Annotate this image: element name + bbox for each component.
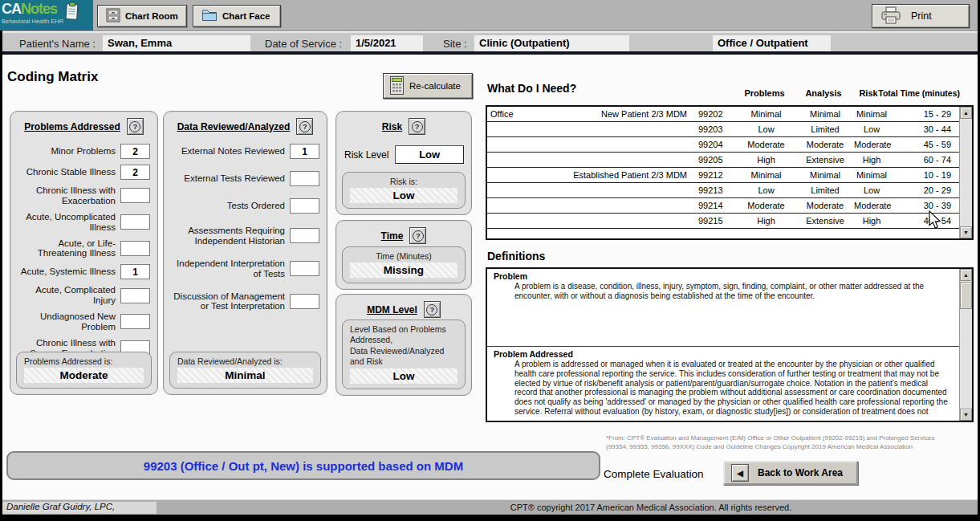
problems-field-row: Acute, Complicated Injury (14, 285, 150, 306)
app-window: CANotes Behavioral Health EHR Chart Room… (0, 0, 980, 521)
time-result-label: Time (Minutes) (350, 251, 457, 261)
chart-room-label: Chart Room (125, 11, 178, 21)
time-panel-title: Time (381, 230, 404, 242)
app-logo: CANotes Behavioral Health EHR (0, 0, 93, 31)
scroll-down-icon: ▼ (963, 230, 969, 235)
definition-term: Problem (494, 271, 953, 281)
patient-name-label: Patient's Name : (19, 38, 96, 50)
footer-bar: Danielle Graf Guidry, LPC, CPT® copyrigh… (0, 499, 980, 515)
recalculate-button[interactable]: Re-calculate (383, 73, 473, 99)
problems-cell: High (736, 216, 796, 226)
risk-help-button[interactable]: ? (409, 118, 425, 135)
problems-field-row: Undiagnosed New Problem (14, 311, 150, 332)
date-of-service-field[interactable]: 1/5/2021 (351, 35, 423, 51)
problems-cell: Moderate (736, 140, 796, 149)
data-field-row: Tests Ordered (167, 198, 319, 214)
time-result-value: Missing (350, 263, 457, 278)
recalculate-label: Re-calculate (409, 81, 461, 91)
toolbar: CANotes Behavioral Health EHR Chart Room… (0, 0, 980, 31)
risk-cell: Minimal (854, 170, 889, 180)
problems-field-label: Acute, Systemic Illness (14, 267, 116, 277)
table-row[interactable]: 99205HighExtensiveHigh60 - 74 (487, 153, 959, 168)
risk-cell: High (854, 216, 889, 226)
patient-name-field[interactable]: Swan, Emma (103, 35, 250, 51)
problems-help-button[interactable]: ? (127, 118, 144, 135)
problems-field-label: Undiagnosed New Problem (14, 311, 116, 332)
definitions-title: Definitions (487, 250, 545, 263)
data-field-input[interactable] (290, 294, 319, 309)
problems-field-input[interactable] (120, 288, 150, 303)
data-result-value: Minimal (177, 368, 313, 383)
problems-panel-title: Problems Addressed (24, 121, 120, 132)
mdm-level-panel: MDM Level ? Level Based on Problems Addr… (335, 294, 472, 396)
risk-level-field[interactable]: Low (395, 145, 464, 164)
back-to-work-area-button[interactable]: ◀ Back to Work Area (723, 461, 858, 485)
analysis-cell: Moderate (796, 140, 854, 149)
problems-cell: Low (736, 185, 796, 195)
table-row[interactable]: 99213LowLimitedLow20 - 29 (487, 183, 959, 198)
clinician-name: Danielle Graf Guidry, LPC, (2, 502, 157, 514)
total-time-cell: 30 - 39 (889, 201, 959, 210)
definitions-list: ProblemA problem is a disease, condition… (487, 269, 959, 421)
problems-field-input[interactable] (120, 241, 150, 256)
problems-field-input[interactable] (120, 214, 150, 230)
problems-field-input[interactable] (120, 264, 150, 279)
back-arrow-button[interactable]: ◀ (731, 464, 749, 482)
data-field-row: External Notes Reviewed (167, 144, 319, 159)
data-field-input[interactable] (290, 171, 319, 186)
scrollbar-thumb[interactable] (960, 282, 972, 309)
problems-field-input[interactable] (120, 314, 150, 329)
data-field-label: Assessments Requiring Independent Histor… (167, 226, 285, 246)
mdm-supported-message: 99203 (Office / Out pt, New) is supporte… (6, 451, 600, 480)
data-field-input[interactable] (290, 261, 319, 276)
data-field-input[interactable] (290, 144, 319, 159)
site-field[interactable]: Clinic (Outpatient) (474, 35, 629, 51)
total-time-cell: 15 - 29 (889, 109, 959, 119)
scroll-up-button[interactable]: ▲ (960, 269, 972, 281)
chart-room-button[interactable]: Chart Room (97, 5, 187, 27)
scroll-up-button[interactable]: ▲ (960, 107, 972, 119)
problems-field-input[interactable] (120, 188, 150, 203)
analysis-cell: Limited (796, 124, 854, 134)
data-field-label: External Notes Reviewed (167, 146, 285, 157)
problems-field-input[interactable] (120, 144, 150, 159)
logo-subtitle: Behavioral Health EHR (2, 18, 63, 25)
problems-field-row: Acute, Systemic Illness (14, 264, 150, 279)
problems-field-input[interactable] (120, 165, 150, 180)
calculator-icon (390, 76, 404, 96)
page-title: Coding Matrix (7, 69, 98, 85)
data-field-label: Tests Ordered (167, 201, 285, 211)
table-scrollbar[interactable]: ▲ ▼ (959, 107, 972, 238)
problems-result-box: Problems Addressed is: Moderate (16, 352, 152, 389)
mdm-help-button[interactable]: ? (424, 301, 441, 318)
table-row[interactable]: 99214ModerateModerateModerate30 - 39 (487, 198, 959, 214)
table-row[interactable]: 99204ModerateModerateModerate45 - 59 (487, 137, 959, 153)
risk-panel: Risk ? Risk Level Low Risk is: Low (335, 111, 472, 215)
file-cabinet-icon (106, 8, 120, 24)
problems-result-label: Problems Addressed is: (24, 356, 144, 366)
print-button[interactable]: Print (872, 4, 970, 28)
chart-face-button[interactable]: Chart Face (193, 5, 281, 27)
total-time-cell: 45 - 59 (889, 140, 959, 149)
table-row[interactable]: Established Patient 2/3 MDM99212MinimalM… (487, 168, 959, 183)
scroll-down-button[interactable]: ▼ (960, 409, 972, 421)
table-row[interactable]: OfficeNew Patient 2/3 MDM99202MinimalMin… (487, 107, 959, 122)
cpt-code-cell: 99205 (692, 155, 736, 165)
risk-cell: Low (854, 185, 889, 195)
table-row[interactable]: 99215HighExtensiveHigh40 - 54 (487, 214, 959, 229)
time-help-button[interactable]: ? (409, 227, 426, 244)
definition-text: A problem is a disease, condition, illne… (494, 281, 953, 301)
logo-brand-right: Notes (21, 1, 57, 17)
definitions-box: ProblemA problem is a disease, condition… (486, 267, 974, 422)
visit-type-field[interactable]: Office / Outpatient (713, 35, 831, 51)
data-field-row: Assessments Requiring Independent Histor… (167, 226, 319, 246)
definitions-scrollbar[interactable]: ▲ ▼ (959, 269, 972, 421)
data-field-input[interactable] (290, 198, 319, 214)
scroll-down-button[interactable]: ▼ (960, 226, 972, 238)
date-of-service-label: Date of Service : (265, 38, 342, 50)
table-row[interactable]: 99203LowLimitedLow30 - 44 (487, 122, 959, 137)
risk-level-label: Risk Level (344, 149, 388, 161)
data-field-input[interactable] (290, 228, 319, 243)
data-help-button[interactable]: ? (296, 118, 313, 135)
definition-text: A problem is addressed or managed when i… (494, 359, 953, 417)
